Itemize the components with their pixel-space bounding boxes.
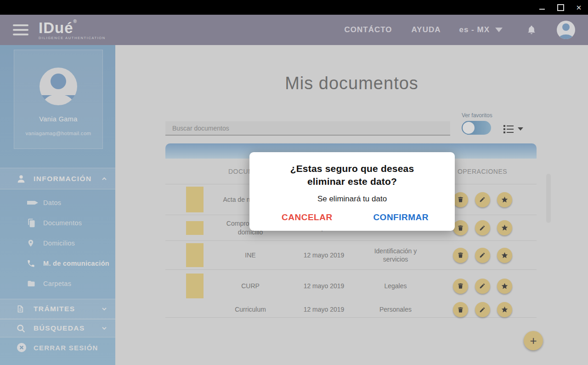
dialog-title: ¿Estas seguro que deseas eliminar este d…: [274, 152, 430, 188]
app-window: ✕ IDué® DILIGENCE AUTHENTICATION CONTÁCT…: [0, 0, 588, 365]
cancel-button[interactable]: CANCELAR: [282, 212, 333, 222]
delete-confirmation-dialog: ¿Estas seguro que deseas eliminar este d…: [249, 152, 455, 231]
dialog-message: Se eliminará tu dato: [249, 194, 455, 204]
confirm-button[interactable]: CONFIRMAR: [373, 212, 429, 222]
dialog-actions: CANCELAR CONFIRMAR: [249, 212, 455, 222]
